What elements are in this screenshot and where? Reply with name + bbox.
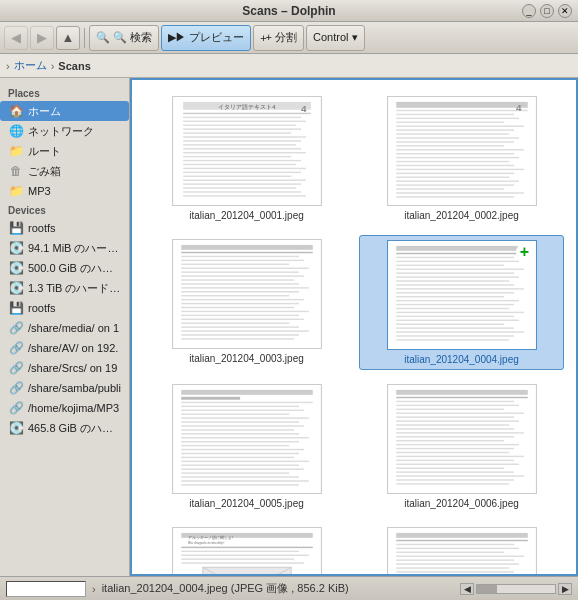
svg-rect-124 [181,476,299,477]
sidebar-item-rootfs2[interactable]: 💾 rootfs [0,298,129,318]
svg-text:イタリア語テキスト4: イタリア語テキスト4 [218,104,276,110]
sidebar-item-root[interactable]: 📁 ルート [0,141,129,161]
svg-rect-175 [396,563,519,564]
breadcrumb-home[interactable]: ホーム [14,58,47,73]
file-item-5[interactable]: italian_201204_0005.jpeg [144,380,349,513]
control-button[interactable]: Control ▾ [306,25,365,51]
svg-rect-100 [396,335,514,336]
svg-rect-64 [181,291,299,292]
statusbar-input[interactable] [6,581,86,597]
file-item-4[interactable]: + [359,235,564,370]
svg-rect-104 [181,397,240,400]
svg-rect-126 [181,484,299,485]
sidebar-item-hdd2[interactable]: 💽 500.0 GiB のハード [0,258,129,278]
svg-rect-54 [181,252,313,253]
sidebar-item-hdd1[interactable]: 💽 94.1 MiB のハードラ [0,238,129,258]
titlebar-title: Scans – Dolphin [242,4,335,18]
file-item-1[interactable]: イタリア語テキスト4 [144,92,349,225]
svg-rect-53 [181,245,313,250]
svg-rect-20 [183,179,306,180]
sidebar-item-home-kojima[interactable]: 🔗 /home/kojima/MP3 [0,398,129,418]
svg-rect-150 [396,479,514,480]
svg-rect-144 [396,456,524,457]
sidebar-item-rootfs-label: rootfs [28,222,56,234]
thumbnail-5 [172,384,322,494]
forward-button[interactable]: ▶ [30,26,54,50]
up-button[interactable]: ▲ [56,26,80,50]
svg-rect-57 [181,264,289,265]
file-item-3[interactable]: italian_201204_0003.jpeg [144,235,349,370]
sidebar-item-hdd3-label: 1.3 TiB のハードデ・ [28,281,121,296]
file-item-7[interactable]: アルッキーノ語に関しよ! Bla dragado at abcdefp! [144,523,349,576]
svg-rect-40 [396,157,519,158]
plus-badge: + [516,243,534,261]
svg-rect-46 [396,180,519,181]
search-button[interactable]: 🔍 🔍 検索 [89,25,159,51]
back-button[interactable]: ◀ [4,26,28,50]
split-button[interactable]: + + 分割 [253,25,304,51]
svg-rect-70 [181,315,299,316]
svg-rect-67 [181,303,299,304]
sidebar-item-hdd3[interactable]: 💽 1.3 TiB のハードデ・ [0,278,129,298]
sidebar-item-share-samba[interactable]: 🔗 /share/samba/publi [0,378,129,398]
svg-rect-177 [396,571,514,572]
devices-label: Devices [0,201,129,218]
maximize-button[interactable]: □ [540,4,554,18]
svg-rect-94 [396,312,524,313]
svg-rect-21 [183,183,301,184]
svg-rect-106 [181,406,299,407]
svg-rect-35 [396,137,519,138]
svg-text:Bla dragado at abcdefp!: Bla dragado at abcdefp! [188,541,224,545]
svg-rect-23 [183,191,301,192]
svg-rect-66 [181,299,304,300]
close-button[interactable]: ✕ [558,4,572,18]
share-av-icon: 🔗 [8,340,24,356]
svg-rect-97 [396,323,504,324]
svg-rect-118 [181,453,299,454]
svg-rect-12 [183,148,301,149]
svg-rect-87 [396,284,514,285]
svg-rect-135 [396,420,519,421]
file-name-3: italian_201204_0003.jpeg [189,353,304,364]
share-media-icon: 🔗 [8,320,24,336]
sidebar-item-hdd4[interactable]: 💽 465.8 GiB のハード [0,418,129,438]
sidebar-item-rootfs[interactable]: 💾 rootfs [0,218,129,238]
sidebar-item-trash[interactable]: 🗑 ごみ箱 [0,161,129,181]
sidebar-item-home[interactable]: 🏠 ホーム [0,101,129,121]
mp3-folder-icon: 📁 [8,183,24,199]
scroll-right-button[interactable]: ▶ [558,583,572,595]
rootfs2-icon: 💾 [8,300,24,316]
svg-rect-28 [396,110,528,111]
sidebar-item-mp3[interactable]: 📁 MP3 [0,181,129,201]
file-item-2[interactable]: 4 italian_201204_0002.jpeg [359,92,564,225]
svg-rect-29 [396,114,514,115]
hdd1-icon: 💽 [8,240,24,256]
file-item-8[interactable]: italian_201204_0008.jpeg [359,523,564,576]
svg-rect-112 [181,429,294,430]
file-item-6[interactable]: italian_201204_0006.jpeg [359,380,564,513]
svg-rect-13 [183,152,306,153]
share-samba-icon: 🔗 [8,380,24,396]
minimize-button[interactable]: _ [522,4,536,18]
sidebar-item-share-av[interactable]: 🔗 /share/AV/ on 192. [0,338,129,358]
sidebar-item-share-srcs[interactable]: 🔗 /share/Srcs/ on 19 [0,358,129,378]
svg-rect-86 [396,280,509,281]
thumbnail-2: 4 [387,96,537,206]
svg-rect-37 [396,145,504,146]
scroll-left-button[interactable]: ◀ [460,583,474,595]
sidebar-item-network[interactable]: 🌐 ネットワーク [0,121,129,141]
statusbar-arrow: › [92,583,96,595]
svg-rect-33 [396,129,514,130]
preview-button[interactable]: ▶ ▶ プレビュー [161,25,251,51]
hdd4-icon: 💽 [8,420,24,436]
svg-rect-30 [396,118,519,119]
svg-text:4: 4 [516,102,522,113]
svg-rect-173 [396,555,524,556]
sidebar-item-share-media[interactable]: 🔗 /share/media/ on 1 [0,318,129,338]
svg-rect-50 [396,196,514,197]
svg-rect-168 [396,533,528,538]
svg-rect-24 [183,195,306,196]
scroll-track[interactable] [476,584,556,594]
sidebar-item-rootfs2-label: rootfs [28,302,56,314]
thumbnail-8 [387,527,537,576]
